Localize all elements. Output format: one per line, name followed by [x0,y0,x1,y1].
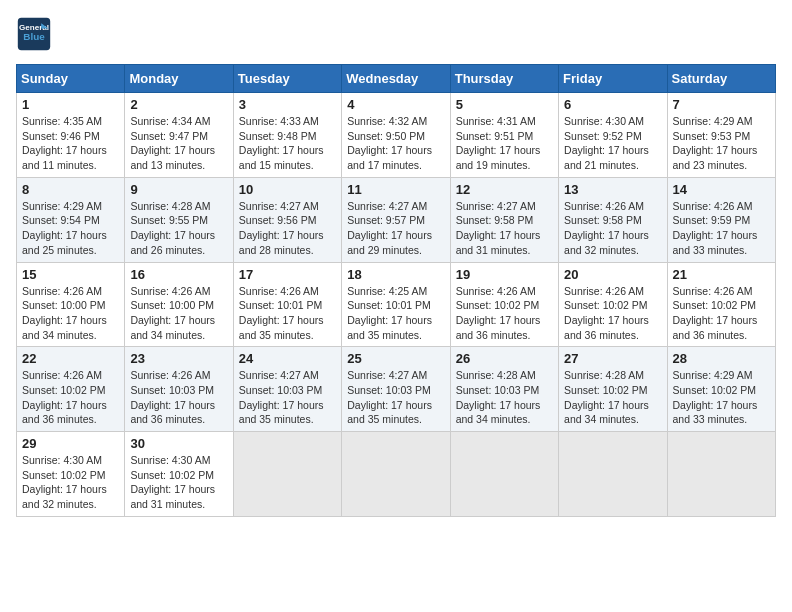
day-number: 5 [456,97,553,112]
calendar-cell [559,432,667,517]
day-number: 21 [673,267,770,282]
day-info: Sunrise: 4:30 AM Sunset: 9:52 PM Dayligh… [564,114,661,173]
day-number: 1 [22,97,119,112]
day-number: 22 [22,351,119,366]
calendar-week-row: 8Sunrise: 4:29 AM Sunset: 9:54 PM Daylig… [17,177,776,262]
calendar-cell [667,432,775,517]
calendar-cell: 5Sunrise: 4:31 AM Sunset: 9:51 PM Daylig… [450,93,558,178]
day-number: 27 [564,351,661,366]
calendar-cell: 26Sunrise: 4:28 AM Sunset: 10:03 PM Dayl… [450,347,558,432]
day-info: Sunrise: 4:26 AM Sunset: 10:02 PM Daylig… [456,284,553,343]
calendar-cell: 19Sunrise: 4:26 AM Sunset: 10:02 PM Dayl… [450,262,558,347]
day-number: 10 [239,182,336,197]
calendar-table: SundayMondayTuesdayWednesdayThursdayFrid… [16,64,776,517]
logo: General Blue [16,16,52,52]
calendar-cell [342,432,450,517]
header-thursday: Thursday [450,65,558,93]
calendar-cell: 28Sunrise: 4:29 AM Sunset: 10:02 PM Dayl… [667,347,775,432]
day-info: Sunrise: 4:26 AM Sunset: 9:59 PM Dayligh… [673,199,770,258]
day-info: Sunrise: 4:28 AM Sunset: 10:02 PM Daylig… [564,368,661,427]
logo-icon: General Blue [16,16,52,52]
day-number: 25 [347,351,444,366]
calendar-week-row: 1Sunrise: 4:35 AM Sunset: 9:46 PM Daylig… [17,93,776,178]
day-info: Sunrise: 4:34 AM Sunset: 9:47 PM Dayligh… [130,114,227,173]
day-number: 13 [564,182,661,197]
calendar-cell: 12Sunrise: 4:27 AM Sunset: 9:58 PM Dayli… [450,177,558,262]
day-info: Sunrise: 4:27 AM Sunset: 9:56 PM Dayligh… [239,199,336,258]
day-number: 14 [673,182,770,197]
calendar-cell: 27Sunrise: 4:28 AM Sunset: 10:02 PM Dayl… [559,347,667,432]
header-sunday: Sunday [17,65,125,93]
day-info: Sunrise: 4:35 AM Sunset: 9:46 PM Dayligh… [22,114,119,173]
calendar-cell: 21Sunrise: 4:26 AM Sunset: 10:02 PM Dayl… [667,262,775,347]
header-wednesday: Wednesday [342,65,450,93]
calendar-cell [450,432,558,517]
calendar-cell: 16Sunrise: 4:26 AM Sunset: 10:00 PM Dayl… [125,262,233,347]
day-number: 12 [456,182,553,197]
day-info: Sunrise: 4:28 AM Sunset: 10:03 PM Daylig… [456,368,553,427]
day-info: Sunrise: 4:26 AM Sunset: 10:02 PM Daylig… [673,284,770,343]
calendar-cell: 6Sunrise: 4:30 AM Sunset: 9:52 PM Daylig… [559,93,667,178]
day-number: 2 [130,97,227,112]
day-info: Sunrise: 4:26 AM Sunset: 10:00 PM Daylig… [130,284,227,343]
calendar-cell: 3Sunrise: 4:33 AM Sunset: 9:48 PM Daylig… [233,93,341,178]
day-number: 7 [673,97,770,112]
calendar-cell: 17Sunrise: 4:26 AM Sunset: 10:01 PM Dayl… [233,262,341,347]
day-info: Sunrise: 4:30 AM Sunset: 10:02 PM Daylig… [130,453,227,512]
day-info: Sunrise: 4:29 AM Sunset: 10:02 PM Daylig… [673,368,770,427]
day-info: Sunrise: 4:28 AM Sunset: 9:55 PM Dayligh… [130,199,227,258]
calendar-cell [233,432,341,517]
day-info: Sunrise: 4:31 AM Sunset: 9:51 PM Dayligh… [456,114,553,173]
day-number: 9 [130,182,227,197]
calendar-cell: 24Sunrise: 4:27 AM Sunset: 10:03 PM Dayl… [233,347,341,432]
day-info: Sunrise: 4:26 AM Sunset: 10:01 PM Daylig… [239,284,336,343]
calendar-week-row: 29Sunrise: 4:30 AM Sunset: 10:02 PM Dayl… [17,432,776,517]
calendar-cell: 2Sunrise: 4:34 AM Sunset: 9:47 PM Daylig… [125,93,233,178]
day-info: Sunrise: 4:29 AM Sunset: 9:53 PM Dayligh… [673,114,770,173]
day-info: Sunrise: 4:29 AM Sunset: 9:54 PM Dayligh… [22,199,119,258]
day-info: Sunrise: 4:27 AM Sunset: 9:57 PM Dayligh… [347,199,444,258]
day-info: Sunrise: 4:33 AM Sunset: 9:48 PM Dayligh… [239,114,336,173]
day-number: 20 [564,267,661,282]
day-info: Sunrise: 4:27 AM Sunset: 10:03 PM Daylig… [347,368,444,427]
calendar-cell: 7Sunrise: 4:29 AM Sunset: 9:53 PM Daylig… [667,93,775,178]
day-info: Sunrise: 4:25 AM Sunset: 10:01 PM Daylig… [347,284,444,343]
calendar-week-row: 22Sunrise: 4:26 AM Sunset: 10:02 PM Dayl… [17,347,776,432]
calendar-week-row: 15Sunrise: 4:26 AM Sunset: 10:00 PM Dayl… [17,262,776,347]
calendar-cell: 15Sunrise: 4:26 AM Sunset: 10:00 PM Dayl… [17,262,125,347]
calendar-cell: 4Sunrise: 4:32 AM Sunset: 9:50 PM Daylig… [342,93,450,178]
day-number: 15 [22,267,119,282]
day-number: 24 [239,351,336,366]
day-number: 19 [456,267,553,282]
calendar-cell: 30Sunrise: 4:30 AM Sunset: 10:02 PM Dayl… [125,432,233,517]
calendar-cell: 10Sunrise: 4:27 AM Sunset: 9:56 PM Dayli… [233,177,341,262]
day-info: Sunrise: 4:26 AM Sunset: 10:02 PM Daylig… [564,284,661,343]
calendar-cell: 14Sunrise: 4:26 AM Sunset: 9:59 PM Dayli… [667,177,775,262]
header-monday: Monday [125,65,233,93]
day-number: 23 [130,351,227,366]
calendar-cell: 29Sunrise: 4:30 AM Sunset: 10:02 PM Dayl… [17,432,125,517]
day-number: 6 [564,97,661,112]
header-saturday: Saturday [667,65,775,93]
svg-text:Blue: Blue [23,31,45,42]
day-info: Sunrise: 4:26 AM Sunset: 10:03 PM Daylig… [130,368,227,427]
calendar-cell: 1Sunrise: 4:35 AM Sunset: 9:46 PM Daylig… [17,93,125,178]
day-number: 28 [673,351,770,366]
calendar-cell: 13Sunrise: 4:26 AM Sunset: 9:58 PM Dayli… [559,177,667,262]
day-number: 18 [347,267,444,282]
day-number: 4 [347,97,444,112]
calendar-cell: 9Sunrise: 4:28 AM Sunset: 9:55 PM Daylig… [125,177,233,262]
calendar-cell: 8Sunrise: 4:29 AM Sunset: 9:54 PM Daylig… [17,177,125,262]
header-friday: Friday [559,65,667,93]
day-info: Sunrise: 4:30 AM Sunset: 10:02 PM Daylig… [22,453,119,512]
day-info: Sunrise: 4:32 AM Sunset: 9:50 PM Dayligh… [347,114,444,173]
day-number: 3 [239,97,336,112]
calendar-cell: 25Sunrise: 4:27 AM Sunset: 10:03 PM Dayl… [342,347,450,432]
calendar-header-row: SundayMondayTuesdayWednesdayThursdayFrid… [17,65,776,93]
header-tuesday: Tuesday [233,65,341,93]
calendar-cell: 11Sunrise: 4:27 AM Sunset: 9:57 PM Dayli… [342,177,450,262]
day-number: 29 [22,436,119,451]
calendar-cell: 20Sunrise: 4:26 AM Sunset: 10:02 PM Dayl… [559,262,667,347]
day-info: Sunrise: 4:27 AM Sunset: 9:58 PM Dayligh… [456,199,553,258]
day-info: Sunrise: 4:26 AM Sunset: 10:02 PM Daylig… [22,368,119,427]
